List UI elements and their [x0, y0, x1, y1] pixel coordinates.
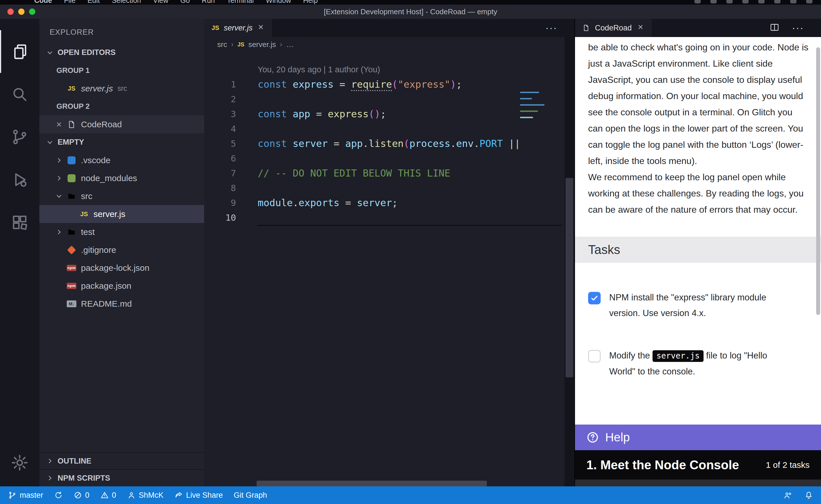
tree-item-gitignore[interactable]: .gitignore [39, 241, 204, 259]
explorer-sidebar: EXPLORER OPEN EDITORSGROUP 1JSserver.jss… [39, 19, 204, 486]
tree-item-server-js[interactable]: JSserver.jssrc [39, 79, 204, 97]
status-live-share[interactable]: Live Share [174, 491, 223, 500]
menu-view[interactable]: View [153, 0, 168, 5]
person-icon [127, 491, 136, 499]
menu-selection[interactable]: Selection [112, 0, 141, 5]
editor-horizontal-scrollbar[interactable] [204, 481, 564, 486]
help-section[interactable]: Help [575, 425, 821, 450]
activity-gear-icon[interactable] [0, 441, 39, 484]
code-line-9: 9module.exports = server; [204, 195, 564, 210]
tree-item-readme-md[interactable]: M↓README.md [39, 295, 204, 313]
close-editor-icon[interactable] [55, 121, 67, 128]
panel-tabbar: CodeRoad ··· [575, 19, 821, 37]
tree-item-src[interactable]: src [39, 187, 204, 205]
share-icon [174, 491, 183, 499]
menu-edit[interactable]: Edit [87, 0, 100, 5]
editor-vertical-scrollbar[interactable] [564, 37, 574, 486]
breadcrumb[interactable]: src›JSserver.js›… [204, 37, 574, 52]
activity-search-icon[interactable] [0, 73, 39, 116]
chevron-down-icon [55, 192, 67, 200]
menu-run[interactable]: Run [202, 0, 215, 5]
editor-group[interactable]: JS server.js ··· src›JSserver.js›… You, … [204, 19, 574, 486]
tab-server-js[interactable]: JS server.js [204, 19, 272, 37]
sidebar-section-open-editors[interactable]: OPEN EDITORS [39, 44, 204, 62]
sidebar-section-npm-scripts[interactable]: NPM SCRIPTS [39, 469, 204, 486]
js-file-icon: JS [238, 41, 244, 48]
close-tab-icon[interactable] [257, 23, 265, 33]
titlebar[interactable]: [Extension Development Host] - CodeRoad … [0, 5, 821, 19]
code-editor[interactable]: You, 20 days ago | 1 author (You) 1const… [204, 52, 564, 481]
sidebar-section-empty[interactable]: EMPTY [39, 133, 204, 151]
tree-item-package-json[interactable]: npmpackage.json [39, 277, 204, 295]
status-sync-icon[interactable] [54, 491, 63, 499]
status-0[interactable]: 0 [73, 491, 89, 500]
menubar-status-icon[interactable] [806, 0, 812, 3]
menu-window[interactable]: Window [266, 0, 291, 5]
tree-item-node-modules[interactable]: node_modules [39, 169, 204, 187]
npm-icon: npm [67, 263, 76, 273]
menubar-status-icon[interactable] [695, 0, 701, 3]
panel-more-actions-icon[interactable]: ··· [792, 22, 804, 34]
menu-code[interactable]: Code [34, 0, 52, 5]
activity-source-control-icon[interactable] [0, 116, 39, 158]
question-circle-icon [586, 431, 599, 444]
lesson-footer[interactable]: 1. Meet the Node Console 1 of 2 tasks [575, 450, 821, 480]
menubar-status-icon[interactable] [710, 0, 717, 3]
macos-menubar: CodeFileEditSelectionViewGoRunTerminalWi… [0, 0, 821, 5]
status-shmck[interactable]: ShMcK [127, 491, 163, 500]
task-item-1: NPM install the "express" library module… [575, 290, 821, 321]
chevron-down-icon [46, 139, 58, 146]
vscode-folder-icon [67, 155, 76, 165]
item-label: test [81, 227, 95, 237]
activity-files-icon[interactable] [0, 30, 39, 73]
status-master[interactable]: master [8, 491, 43, 500]
sidebar-section-outline[interactable]: OUTLINE [39, 452, 204, 469]
menu-go[interactable]: Go [180, 0, 190, 5]
webview-scrollbar[interactable] [816, 47, 820, 315]
bell-icon [804, 491, 813, 499]
item-label: .vscode [81, 155, 110, 165]
status-bell-icon[interactable] [804, 491, 813, 499]
status-person-add-icon[interactable] [783, 491, 792, 499]
tab-coderoad[interactable]: CodeRoad [575, 19, 652, 37]
minimap[interactable] [520, 92, 547, 123]
breadcrumb-item-server-js[interactable]: server.js [248, 40, 276, 49]
tree-item-test[interactable]: test [39, 223, 204, 241]
split-editor-icon[interactable] [770, 22, 779, 33]
status-label: Live Share [186, 491, 223, 500]
status-0[interactable]: 0 [100, 491, 116, 500]
menubar-status-icon[interactable] [774, 0, 781, 3]
sidebar-bottom-sections: OUTLINENPM SCRIPTS [39, 452, 204, 486]
task-checkbox-unchecked[interactable] [588, 350, 600, 362]
code-line-5: 5const server = app.listen(process.env.P… [204, 136, 564, 151]
item-label: GROUP 1 [56, 66, 90, 75]
open-editors-group-group-2[interactable]: GROUP 2 [39, 97, 204, 115]
open-editors-group-group-1[interactable]: GROUP 1 [39, 62, 204, 79]
lesson-text: be able to check what's going on in your… [575, 37, 821, 218]
tree-item-vscode[interactable]: .vscode [39, 151, 204, 169]
menu-help[interactable]: Help [303, 0, 318, 5]
menubar-status-icon[interactable] [742, 0, 749, 3]
menu-terminal[interactable]: Terminal [227, 0, 254, 5]
activity-extensions-icon[interactable] [0, 201, 39, 244]
menubar-status-icon[interactable] [790, 0, 797, 3]
tree-item-package-lock-json[interactable]: npmpackage-lock.json [39, 259, 204, 277]
menubar-status-icon[interactable] [758, 0, 765, 3]
breadcrumb-item-[interactable]: … [286, 40, 294, 49]
task-checkbox-checked[interactable] [588, 292, 600, 304]
menu-file[interactable]: File [64, 0, 75, 5]
tree-item-coderoad[interactable]: CodeRoad [39, 115, 204, 133]
activity-bar [0, 19, 39, 486]
js-file-icon: JS [67, 84, 76, 93]
file-icon [582, 24, 590, 32]
activity-run-debug-icon[interactable] [0, 158, 39, 201]
markdown-icon: M↓ [67, 299, 76, 309]
breadcrumb-item-src[interactable]: src [217, 40, 227, 49]
status-git-graph[interactable]: Git Graph [234, 491, 267, 500]
close-tab-icon[interactable] [637, 23, 644, 33]
code-line-1: 1const express = require("express"); [204, 77, 564, 92]
breadcrumb-separator: › [231, 40, 234, 48]
editor-more-actions-icon[interactable]: ··· [545, 22, 557, 34]
menubar-status-icon[interactable] [726, 0, 733, 3]
tree-item-server-js[interactable]: JSserver.js [39, 205, 204, 223]
